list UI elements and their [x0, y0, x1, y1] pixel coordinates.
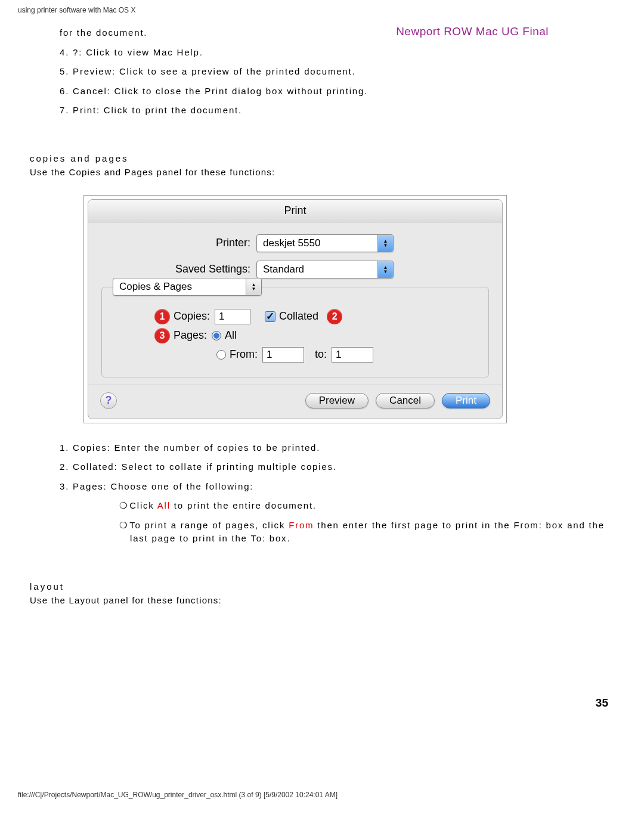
page-header: using printer software with Mac OS X: [18, 6, 614, 14]
to-label: to:: [315, 348, 327, 361]
list-item-7: 7. Print: Click to print the document.: [60, 104, 614, 117]
section-intro-copies: Use the Copies and Pages panel for these…: [30, 167, 614, 177]
chevron-updown-icon: ▲▼: [377, 235, 393, 252]
pages-label: Pages:: [174, 329, 207, 342]
collated-label: Collated: [279, 310, 318, 323]
list-item-4: 4. ?: Click to view Mac Help.: [60, 46, 614, 60]
saved-settings-select[interactable]: Standard ▲▼: [256, 261, 394, 278]
to-input[interactable]: 1: [332, 347, 373, 363]
section-intro-layout: Use the Layout panel for these functions…: [30, 595, 614, 605]
desc-item-1: 1. Copies: Enter the number of copies to…: [60, 441, 614, 455]
desc-sub-1: Click All to print the entire document.: [119, 499, 614, 513]
from-label: From:: [230, 348, 258, 361]
desc-sub-2: To print a range of pages, click From th…: [119, 519, 614, 546]
saved-settings-value: Standard: [257, 264, 377, 275]
copies-input[interactable]: 1: [215, 309, 250, 324]
cancel-button[interactable]: Cancel: [376, 393, 435, 408]
copies-label: Copies:: [174, 310, 210, 323]
watermark-text: Newport ROW Mac UG Final: [396, 25, 549, 38]
print-dialog-screenshot: Print Printer: deskjet 5550 ▲▼ Saved Set…: [83, 195, 507, 423]
panel-select[interactable]: Copies & Pages ▲▼: [113, 278, 262, 296]
pages-all-label: All: [225, 329, 237, 342]
list-item-6: 6. Cancel: Click to close the Print dial…: [60, 85, 614, 98]
callout-1: 1: [154, 309, 170, 324]
saved-settings-label: Saved Settings:: [101, 263, 256, 275]
from-input[interactable]: 1: [262, 347, 304, 363]
pages-all-radio[interactable]: [212, 331, 221, 340]
callout-2: 2: [327, 309, 342, 324]
chevron-updown-icon: ▲▼: [377, 261, 393, 278]
page-number: 35: [596, 696, 608, 710]
printer-select[interactable]: deskjet 5550 ▲▼: [256, 234, 394, 252]
callout-3: 3: [154, 328, 170, 343]
list-item-5: 5. Preview: Click to see a preview of th…: [60, 65, 614, 79]
dialog-title: Print: [88, 200, 502, 222]
print-button[interactable]: Print: [442, 393, 490, 408]
desc-item-2: 2. Collated: Select to collate if printi…: [60, 460, 614, 474]
collated-checkbox[interactable]: [265, 311, 275, 322]
panel-value: Copies & Pages: [113, 281, 246, 293]
section-title-layout: layout: [30, 581, 614, 592]
pages-from-radio[interactable]: [216, 350, 226, 360]
printer-value: deskjet 5550: [257, 237, 377, 249]
help-icon[interactable]: ?: [100, 392, 117, 409]
chevron-updown-icon: ▲▼: [246, 278, 261, 295]
preview-button[interactable]: Preview: [305, 393, 369, 408]
footer-url: file:///C|/Projects/Newport/Mac_UG_ROW/u…: [18, 791, 338, 799]
desc-item-3: 3. Pages: Choose one of the following:: [60, 480, 614, 494]
printer-label: Printer:: [101, 237, 256, 249]
section-title-copies: copies and pages: [30, 153, 614, 163]
